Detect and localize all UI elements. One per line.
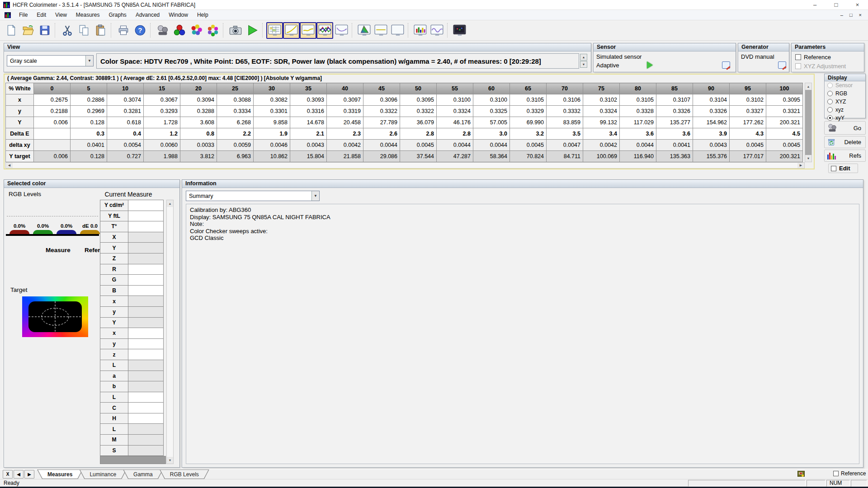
measure-cell[interactable]: 0.3301: [254, 106, 290, 117]
measure-cell[interactable]: 0.3104: [693, 94, 730, 106]
measure-cell[interactable]: 200.321: [766, 151, 803, 162]
measure-cell[interactable]: 0.0043: [290, 140, 327, 151]
measure-cell[interactable]: 155.376: [693, 151, 730, 162]
view-measures-grid-button[interactable]: [266, 22, 283, 39]
measure-cell[interactable]: 0.2969: [71, 106, 107, 117]
measure-cell[interactable]: 4.3: [730, 128, 766, 140]
view-cie-chart-button[interactable]: [356, 22, 373, 39]
display-option-RGB[interactable]: RGB: [825, 89, 865, 98]
measure-cell[interactable]: 0.3326: [693, 106, 730, 117]
hscroll-thumb[interactable]: [13, 163, 797, 168]
refs-button[interactable]: Refs: [824, 150, 866, 162]
mdi-close-button[interactable]: ×: [859, 12, 862, 18]
measure-cell[interactable]: 0.3102: [730, 94, 766, 106]
column-header[interactable]: 25: [217, 83, 254, 94]
scroll-up-icon[interactable]: ▲: [805, 83, 811, 90]
measure-cell[interactable]: 1.2: [144, 128, 180, 140]
measure-cell[interactable]: 0.3321: [766, 106, 803, 117]
menu-edit[interactable]: Edit: [32, 10, 51, 19]
measure-cell[interactable]: 0.3106: [547, 94, 583, 106]
delete-button[interactable]: Delete: [824, 136, 866, 148]
measure-cell[interactable]: 37.544: [400, 151, 437, 162]
column-header[interactable]: 0: [34, 83, 71, 94]
measure-cell[interactable]: 0.0044: [363, 140, 400, 151]
measure-cell[interactable]: 0.0044: [437, 140, 473, 151]
measure-cell[interactable]: 0.3329: [510, 106, 547, 117]
measure-cell[interactable]: 0.3094: [180, 94, 217, 106]
column-header[interactable]: 50: [400, 83, 437, 94]
column-header[interactable]: 20: [180, 83, 217, 94]
mdi-restore-button[interactable]: □: [849, 12, 853, 18]
measure-cell[interactable]: 70.824: [510, 151, 547, 162]
measure-cell[interactable]: 36.079: [400, 117, 437, 128]
measure-cell[interactable]: 0.8: [180, 128, 217, 140]
measure-cell[interactable]: 0.618: [107, 117, 144, 128]
measure-cell[interactable]: 84.711: [547, 151, 583, 162]
column-header[interactable]: 65: [510, 83, 547, 94]
measure-cell[interactable]: 0.3100: [473, 94, 510, 106]
radio-icon[interactable]: [827, 99, 833, 104]
view-contrast-button[interactable]: [389, 22, 406, 39]
copy-button[interactable]: [75, 22, 92, 39]
measure-cell[interactable]: 116.940: [620, 151, 656, 162]
menu-advanced[interactable]: Advanced: [131, 10, 164, 19]
column-header[interactable]: 55: [437, 83, 473, 94]
measures-vscrollbar[interactable]: ▲ ▼: [805, 83, 812, 162]
measure-cell[interactable]: 117.029: [620, 117, 656, 128]
measure-cell[interactable]: 0.128: [71, 117, 107, 128]
measure-cell[interactable]: 0.3324: [437, 106, 473, 117]
cut-button[interactable]: [59, 22, 75, 39]
info-spinner[interactable]: ▲ ▼: [580, 54, 587, 68]
view-nearwhite-graph-button[interactable]: [429, 22, 445, 39]
measure-cell[interactable]: 0.3322: [363, 106, 400, 117]
menu-file[interactable]: File: [14, 10, 32, 19]
measure-cell[interactable]: 21.858: [327, 151, 363, 162]
measure-cell[interactable]: 2.8: [437, 128, 473, 140]
measure-cell[interactable]: 0.3328: [620, 106, 656, 117]
measure-cell[interactable]: 0.4: [107, 128, 144, 140]
measure-cell[interactable]: 0.3327: [730, 106, 766, 117]
display-option-xyz[interactable]: xyz: [825, 106, 865, 114]
full-colors-measure-button[interactable]: [204, 22, 221, 39]
view-nearblack-graph-button[interactable]: [333, 22, 350, 39]
column-header[interactable]: 80: [620, 83, 656, 94]
view-saturation-bars-button[interactable]: [412, 22, 429, 39]
measure-cell[interactable]: [34, 140, 71, 151]
measure-cell[interactable]: 4.5: [766, 128, 803, 140]
measure-cell[interactable]: 27.789: [363, 117, 400, 128]
cm-scroll-track[interactable]: [167, 207, 173, 457]
current-measure-scrollbar[interactable]: ▲ ▼: [166, 200, 174, 464]
paste-button[interactable]: [92, 22, 109, 39]
measure-cell[interactable]: 1.9: [254, 128, 290, 140]
measure-cell[interactable]: 0.0045: [400, 140, 437, 151]
measure-cell[interactable]: 0.727: [107, 151, 144, 162]
tab-gamma[interactable]: Gamma: [123, 469, 163, 479]
tab-measures[interactable]: Measures: [37, 469, 83, 479]
menu-measures[interactable]: Measures: [71, 10, 104, 19]
measure-cell[interactable]: 0.0047: [547, 140, 583, 151]
column-header[interactable]: 75: [583, 83, 620, 94]
view-mode-select[interactable]: Gray scale ▼: [7, 55, 94, 66]
measure-cell[interactable]: 46.176: [437, 117, 473, 128]
measure-cell[interactable]: 200.321: [766, 117, 803, 128]
vscroll-thumb[interactable]: [805, 90, 811, 155]
measure-cell[interactable]: 3.6: [656, 128, 693, 140]
measure-cell[interactable]: 0.0043: [693, 140, 730, 151]
tab-prev-icon[interactable]: ◀: [14, 470, 24, 479]
column-header[interactable]: 10: [107, 83, 144, 94]
measure-cell[interactable]: 0.3096: [363, 94, 400, 106]
measures-hscrollbar[interactable]: ◀ ▶: [5, 162, 805, 169]
measure-cell[interactable]: 0.3093: [290, 94, 327, 106]
measure-cell[interactable]: [34, 128, 71, 140]
measure-cell[interactable]: 0.2886: [71, 94, 107, 106]
measure-cell[interactable]: 3.608: [180, 117, 217, 128]
view-free-monitor-button[interactable]: [451, 22, 468, 39]
measure-cell[interactable]: 0.2675: [34, 94, 71, 106]
measure-cell[interactable]: 15.804: [290, 151, 327, 162]
measure-cell[interactable]: 3.5: [547, 128, 583, 140]
measure-cell[interactable]: 3.6: [620, 128, 656, 140]
measure-cell[interactable]: 0.2188: [34, 106, 71, 117]
bottom-reference-checkbox[interactable]: [833, 471, 839, 476]
column-header[interactable]: 70: [547, 83, 583, 94]
measure-cell[interactable]: 2.2: [217, 128, 254, 140]
